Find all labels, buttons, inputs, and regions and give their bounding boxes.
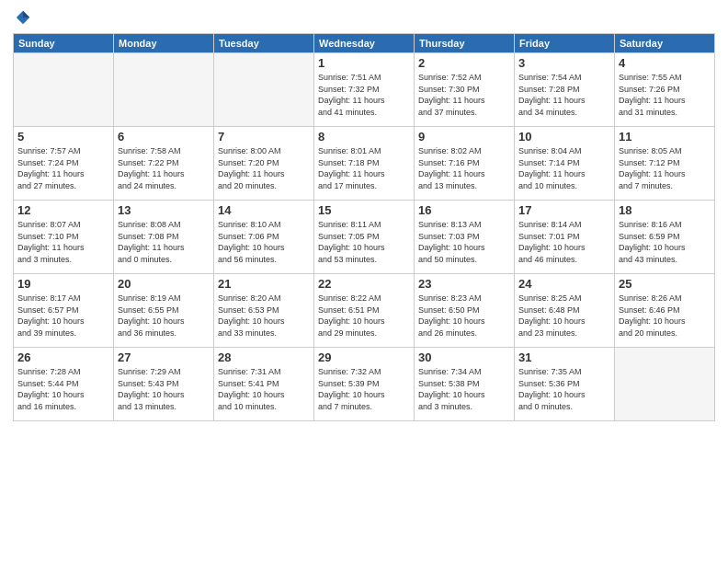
day-cell: 31Sunrise: 7:35 AM Sunset: 5:36 PM Dayli… xyxy=(515,348,615,421)
day-number: 14 xyxy=(218,203,310,217)
day-number: 7 xyxy=(218,130,310,144)
day-number: 27 xyxy=(118,350,210,364)
day-number: 19 xyxy=(17,277,109,291)
day-info: Sunrise: 8:11 AM Sunset: 7:05 PM Dayligh… xyxy=(318,219,410,265)
day-number: 4 xyxy=(619,56,711,70)
day-info: Sunrise: 8:10 AM Sunset: 7:06 PM Dayligh… xyxy=(218,219,310,265)
day-info: Sunrise: 8:00 AM Sunset: 7:20 PM Dayligh… xyxy=(218,145,310,191)
day-cell: 13Sunrise: 8:08 AM Sunset: 7:08 PM Dayli… xyxy=(114,201,214,274)
day-info: Sunrise: 7:51 AM Sunset: 7:32 PM Dayligh… xyxy=(318,72,410,118)
day-cell: 19Sunrise: 8:17 AM Sunset: 6:57 PM Dayli… xyxy=(14,274,114,348)
logo xyxy=(13,9,33,26)
day-info: Sunrise: 8:23 AM Sunset: 6:50 PM Dayligh… xyxy=(418,293,510,339)
day-number: 15 xyxy=(318,203,410,217)
day-cell: 12Sunrise: 8:07 AM Sunset: 7:10 PM Dayli… xyxy=(14,201,114,274)
header xyxy=(13,9,715,26)
logo-icon xyxy=(15,9,31,26)
day-cell: 1Sunrise: 7:51 AM Sunset: 7:32 PM Daylig… xyxy=(314,53,415,127)
day-number: 25 xyxy=(619,277,711,291)
day-number: 12 xyxy=(17,203,109,217)
day-number: 26 xyxy=(17,350,109,364)
day-number: 30 xyxy=(418,350,510,364)
day-header-thursday: Thursday xyxy=(415,34,515,53)
week-row-3: 12Sunrise: 8:07 AM Sunset: 7:10 PM Dayli… xyxy=(14,201,715,274)
day-info: Sunrise: 8:20 AM Sunset: 6:53 PM Dayligh… xyxy=(218,293,310,339)
day-info: Sunrise: 8:04 AM Sunset: 7:14 PM Dayligh… xyxy=(518,145,610,191)
day-cell: 23Sunrise: 8:23 AM Sunset: 6:50 PM Dayli… xyxy=(415,274,515,348)
day-header-wednesday: Wednesday xyxy=(314,34,415,53)
day-info: Sunrise: 8:08 AM Sunset: 7:08 PM Dayligh… xyxy=(118,219,210,265)
day-number: 9 xyxy=(418,130,510,144)
day-number: 31 xyxy=(518,350,610,364)
day-cell: 10Sunrise: 8:04 AM Sunset: 7:14 PM Dayli… xyxy=(515,127,615,201)
day-cell xyxy=(615,348,715,421)
week-row-1: 1Sunrise: 7:51 AM Sunset: 7:32 PM Daylig… xyxy=(14,53,715,127)
day-info: Sunrise: 7:34 AM Sunset: 5:38 PM Dayligh… xyxy=(418,366,510,412)
day-info: Sunrise: 8:05 AM Sunset: 7:12 PM Dayligh… xyxy=(619,145,711,191)
day-info: Sunrise: 8:16 AM Sunset: 6:59 PM Dayligh… xyxy=(619,219,711,265)
day-cell xyxy=(114,53,214,127)
day-cell: 26Sunrise: 7:28 AM Sunset: 5:44 PM Dayli… xyxy=(14,348,114,421)
day-number: 13 xyxy=(118,203,210,217)
day-cell: 5Sunrise: 7:57 AM Sunset: 7:24 PM Daylig… xyxy=(14,127,114,201)
day-cell: 7Sunrise: 8:00 AM Sunset: 7:20 PM Daylig… xyxy=(214,127,314,201)
day-number: 17 xyxy=(518,203,610,217)
day-info: Sunrise: 7:55 AM Sunset: 7:26 PM Dayligh… xyxy=(619,72,711,118)
day-cell: 28Sunrise: 7:31 AM Sunset: 5:41 PM Dayli… xyxy=(214,348,314,421)
day-info: Sunrise: 8:14 AM Sunset: 7:01 PM Dayligh… xyxy=(518,219,610,265)
day-info: Sunrise: 8:22 AM Sunset: 6:51 PM Dayligh… xyxy=(318,293,410,339)
day-info: Sunrise: 8:07 AM Sunset: 7:10 PM Dayligh… xyxy=(17,219,109,265)
day-cell: 4Sunrise: 7:55 AM Sunset: 7:26 PM Daylig… xyxy=(615,53,715,127)
day-number: 2 xyxy=(418,56,510,70)
day-info: Sunrise: 8:13 AM Sunset: 7:03 PM Dayligh… xyxy=(418,219,510,265)
day-number: 3 xyxy=(518,56,610,70)
day-info: Sunrise: 8:01 AM Sunset: 7:18 PM Dayligh… xyxy=(318,145,410,191)
day-header-saturday: Saturday xyxy=(615,34,715,53)
day-info: Sunrise: 8:02 AM Sunset: 7:16 PM Dayligh… xyxy=(418,145,510,191)
day-number: 22 xyxy=(318,277,410,291)
day-number: 6 xyxy=(118,130,210,144)
day-number: 20 xyxy=(118,277,210,291)
day-info: Sunrise: 7:52 AM Sunset: 7:30 PM Dayligh… xyxy=(418,72,510,118)
day-cell: 29Sunrise: 7:32 AM Sunset: 5:39 PM Dayli… xyxy=(314,348,415,421)
day-cell: 2Sunrise: 7:52 AM Sunset: 7:30 PM Daylig… xyxy=(415,53,515,127)
day-info: Sunrise: 8:26 AM Sunset: 6:46 PM Dayligh… xyxy=(619,293,711,339)
day-cell: 15Sunrise: 8:11 AM Sunset: 7:05 PM Dayli… xyxy=(314,201,415,274)
day-info: Sunrise: 7:28 AM Sunset: 5:44 PM Dayligh… xyxy=(17,366,109,412)
day-number: 10 xyxy=(518,130,610,144)
calendar-page: SundayMondayTuesdayWednesdayThursdayFrid… xyxy=(0,0,728,563)
day-cell xyxy=(14,53,114,127)
day-cell: 6Sunrise: 7:58 AM Sunset: 7:22 PM Daylig… xyxy=(114,127,214,201)
day-cell: 27Sunrise: 7:29 AM Sunset: 5:43 PM Dayli… xyxy=(114,348,214,421)
day-cell: 16Sunrise: 8:13 AM Sunset: 7:03 PM Dayli… xyxy=(415,201,515,274)
day-header-sunday: Sunday xyxy=(14,34,114,53)
day-cell: 25Sunrise: 8:26 AM Sunset: 6:46 PM Dayli… xyxy=(615,274,715,348)
day-cell: 30Sunrise: 7:34 AM Sunset: 5:38 PM Dayli… xyxy=(415,348,515,421)
day-cell: 14Sunrise: 8:10 AM Sunset: 7:06 PM Dayli… xyxy=(214,201,314,274)
day-number: 23 xyxy=(418,277,510,291)
day-cell: 11Sunrise: 8:05 AM Sunset: 7:12 PM Dayli… xyxy=(615,127,715,201)
day-info: Sunrise: 8:19 AM Sunset: 6:55 PM Dayligh… xyxy=(118,293,210,339)
day-info: Sunrise: 7:57 AM Sunset: 7:24 PM Dayligh… xyxy=(17,145,109,191)
day-info: Sunrise: 7:35 AM Sunset: 5:36 PM Dayligh… xyxy=(518,366,610,412)
week-row-5: 26Sunrise: 7:28 AM Sunset: 5:44 PM Dayli… xyxy=(14,348,715,421)
day-number: 5 xyxy=(17,130,109,144)
day-cell: 18Sunrise: 8:16 AM Sunset: 6:59 PM Dayli… xyxy=(615,201,715,274)
day-info: Sunrise: 7:29 AM Sunset: 5:43 PM Dayligh… xyxy=(118,366,210,412)
day-cell: 9Sunrise: 8:02 AM Sunset: 7:16 PM Daylig… xyxy=(415,127,515,201)
day-number: 1 xyxy=(318,56,410,70)
day-cell: 24Sunrise: 8:25 AM Sunset: 6:48 PM Dayli… xyxy=(515,274,615,348)
day-header-friday: Friday xyxy=(515,34,615,53)
calendar-table: SundayMondayTuesdayWednesdayThursdayFrid… xyxy=(13,33,715,421)
day-number: 18 xyxy=(619,203,711,217)
day-info: Sunrise: 7:54 AM Sunset: 7:28 PM Dayligh… xyxy=(518,72,610,118)
day-info: Sunrise: 7:32 AM Sunset: 5:39 PM Dayligh… xyxy=(318,366,410,412)
week-row-4: 19Sunrise: 8:17 AM Sunset: 6:57 PM Dayli… xyxy=(14,274,715,348)
day-cell: 20Sunrise: 8:19 AM Sunset: 6:55 PM Dayli… xyxy=(114,274,214,348)
day-cell: 3Sunrise: 7:54 AM Sunset: 7:28 PM Daylig… xyxy=(515,53,615,127)
day-cell: 8Sunrise: 8:01 AM Sunset: 7:18 PM Daylig… xyxy=(314,127,415,201)
day-cell: 21Sunrise: 8:20 AM Sunset: 6:53 PM Dayli… xyxy=(214,274,314,348)
day-number: 16 xyxy=(418,203,510,217)
day-number: 28 xyxy=(218,350,310,364)
week-row-2: 5Sunrise: 7:57 AM Sunset: 7:24 PM Daylig… xyxy=(14,127,715,201)
